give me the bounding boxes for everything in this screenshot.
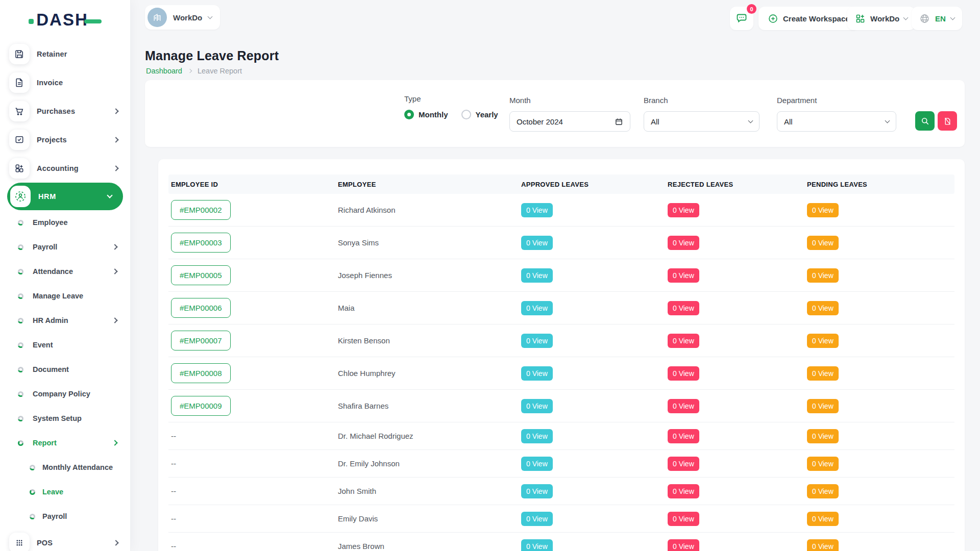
- employee-id-link[interactable]: #EMP00003: [171, 233, 231, 253]
- radio-checked-icon[interactable]: [404, 110, 414, 119]
- rejected-view-button[interactable]: 0 View: [668, 203, 699, 217]
- dash-logo[interactable]: DASH: [0, 0, 130, 40]
- radio-yearly[interactable]: Yearly: [461, 110, 498, 119]
- rejected-view-button[interactable]: 0 View: [668, 484, 699, 498]
- radio-unchecked-icon[interactable]: [461, 110, 471, 119]
- employee-id-link[interactable]: #EMP00006: [171, 298, 231, 318]
- sidebar-subitem-report[interactable]: Report: [0, 431, 130, 455]
- sidebar-subitem-attendance[interactable]: Attendance: [0, 259, 130, 284]
- rejected-view-button[interactable]: 0 View: [668, 539, 699, 551]
- sidebar-item-label: Manage Leave: [33, 292, 83, 300]
- sidebar-subitem-event[interactable]: Event: [0, 333, 130, 357]
- rejected-view-button[interactable]: 0 View: [668, 236, 699, 250]
- sidebar-subitem-system-setup[interactable]: System Setup: [0, 406, 130, 431]
- pending-view-button[interactable]: 0 View: [807, 203, 839, 217]
- rejected-view-button[interactable]: 0 View: [668, 512, 699, 526]
- department-select[interactable]: All: [777, 111, 896, 132]
- radio-yearly-label[interactable]: Yearly: [476, 110, 498, 119]
- rejected-view-button[interactable]: 0 View: [668, 301, 699, 315]
- approved-view-button[interactable]: 0 View: [521, 268, 553, 283]
- bullet-icon: [30, 465, 35, 470]
- approved-view-button[interactable]: 0 View: [521, 429, 553, 443]
- language-selector[interactable]: EN: [912, 7, 962, 30]
- pending-view-button[interactable]: 0 View: [807, 334, 839, 348]
- employee-id-link[interactable]: #EMP00002: [171, 200, 231, 220]
- approved-view-button[interactable]: 0 View: [521, 334, 553, 348]
- employee-id-link[interactable]: #EMP00007: [171, 331, 231, 350]
- approved-view-button[interactable]: 0 View: [521, 203, 553, 217]
- grid-plus-icon: [9, 158, 30, 179]
- approved-leaves-cell: 0 View: [521, 301, 668, 315]
- sidebar-subitem-document[interactable]: Document: [0, 357, 130, 382]
- approved-view-button[interactable]: 0 View: [521, 236, 553, 250]
- pending-view-button[interactable]: 0 View: [807, 484, 839, 498]
- sidebar-subitem-employee[interactable]: Employee: [0, 210, 130, 235]
- sidebar-item-projects[interactable]: Projects: [0, 126, 130, 154]
- approved-view-button[interactable]: 0 View: [521, 301, 553, 315]
- rejected-view-button[interactable]: 0 View: [668, 366, 699, 381]
- sidebar-subitem-hr-admin[interactable]: HR Admin: [0, 308, 130, 333]
- breadcrumb-dashboard-link[interactable]: Dashboard: [146, 67, 182, 75]
- pending-view-button[interactable]: 0 View: [807, 512, 839, 526]
- employee-id-cell: #EMP00002: [168, 200, 338, 220]
- employee-id-link: --: [171, 459, 176, 468]
- pending-view-button[interactable]: 0 View: [807, 429, 839, 443]
- chevron-down-icon: [208, 14, 213, 19]
- sidebar-item-purchases[interactable]: Purchases: [0, 97, 130, 126]
- messages-button[interactable]: 0: [730, 7, 753, 30]
- branch-select[interactable]: All: [644, 111, 760, 132]
- rejected-view-button[interactable]: 0 View: [668, 429, 699, 443]
- sidebar-item-invoice[interactable]: Invoice: [0, 68, 130, 97]
- approved-view-button[interactable]: 0 View: [521, 366, 553, 381]
- sidebar-item-label: Payroll: [33, 243, 57, 251]
- rejected-view-button[interactable]: 0 View: [668, 268, 699, 283]
- rejected-view-button[interactable]: 0 View: [668, 399, 699, 413]
- sidebar-item-label: Projects: [37, 136, 67, 144]
- month-input[interactable]: October 2024: [509, 111, 630, 132]
- sidebar-subitem-payroll-report[interactable]: Payroll: [0, 504, 130, 529]
- apply-filter-button[interactable]: [915, 111, 935, 131]
- bullet-icon: [18, 367, 23, 372]
- approved-view-button[interactable]: 0 View: [521, 512, 553, 526]
- create-workspace-button[interactable]: Create Workspace: [758, 7, 859, 30]
- pending-view-button[interactable]: 0 View: [807, 301, 839, 315]
- chevron-right-icon: [112, 440, 117, 445]
- pending-view-button[interactable]: 0 View: [807, 457, 839, 471]
- sidebar-item-retainer[interactable]: Retainer: [0, 40, 130, 68]
- bullet-icon: [30, 489, 35, 495]
- pending-view-button[interactable]: 0 View: [807, 236, 839, 250]
- employee-name: John Smith: [338, 487, 521, 495]
- pending-view-button[interactable]: 0 View: [807, 399, 839, 413]
- employee-id-link[interactable]: #EMP00008: [171, 363, 231, 383]
- employee-id-link: --: [171, 432, 176, 440]
- rejected-leaves-cell: 0 View: [668, 366, 807, 381]
- pending-view-button[interactable]: 0 View: [807, 539, 839, 551]
- rejected-view-button[interactable]: 0 View: [668, 457, 699, 471]
- sidebar-item-pos[interactable]: POS: [0, 529, 130, 551]
- reset-filter-button[interactable]: [938, 111, 957, 131]
- approved-view-button[interactable]: 0 View: [521, 399, 553, 413]
- approved-view-button[interactable]: 0 View: [521, 457, 553, 471]
- sidebar-subitem-payroll[interactable]: Payroll: [0, 235, 130, 259]
- workdo-apps-button[interactable]: WorkDo: [847, 7, 915, 30]
- sidebar-item-hrm[interactable]: HRM: [7, 183, 123, 210]
- sidebar-item-accounting[interactable]: Accounting: [0, 154, 130, 183]
- sidebar-subitem-manage-leave[interactable]: Manage Leave: [0, 284, 130, 308]
- employee-id-link[interactable]: #EMP00005: [171, 265, 231, 285]
- approved-view-button[interactable]: 0 View: [521, 539, 553, 551]
- sidebar-subitem-company-policy[interactable]: Company Policy: [0, 382, 130, 406]
- workspace-selector[interactable]: WorkDo: [145, 5, 220, 30]
- approved-leaves-cell: 0 View: [521, 236, 668, 250]
- rejected-view-button[interactable]: 0 View: [668, 334, 699, 348]
- sidebar-subitem-monthly-attendance[interactable]: Monthly Attendance: [0, 455, 130, 480]
- employee-id-cell: --: [168, 514, 338, 523]
- file-off-icon: [943, 117, 952, 126]
- approved-view-button[interactable]: 0 View: [521, 484, 553, 498]
- radio-monthly-label[interactable]: Monthly: [419, 110, 448, 119]
- pending-view-button[interactable]: 0 View: [807, 366, 839, 381]
- sidebar-subitem-leave[interactable]: Leave: [0, 480, 130, 504]
- chevron-right-icon: [113, 165, 118, 171]
- employee-id-link[interactable]: #EMP00009: [171, 396, 231, 416]
- pending-view-button[interactable]: 0 View: [807, 268, 839, 283]
- radio-monthly[interactable]: Monthly: [404, 110, 448, 119]
